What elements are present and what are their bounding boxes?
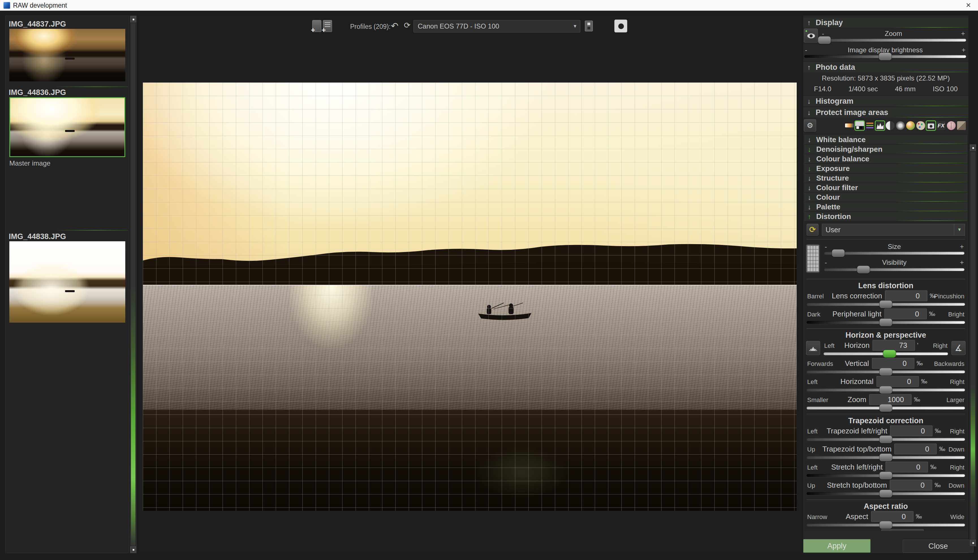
slider-track[interactable] xyxy=(807,321,965,324)
reset-preset-icon[interactable]: ⟳ xyxy=(807,224,819,236)
section-white-balance[interactable]: ↓White balance xyxy=(804,135,967,144)
sidebar-scrollbar[interactable] xyxy=(130,15,137,553)
brain-icon[interactable] xyxy=(947,121,956,130)
slider-thumb[interactable] xyxy=(879,300,892,308)
show-original-icon[interactable] xyxy=(614,20,627,32)
slider-thumb[interactable] xyxy=(879,435,892,443)
section-display[interactable]: ↑Display xyxy=(803,18,968,28)
thumbnail-item[interactable] xyxy=(9,241,125,323)
slider-name: Stretch top/bottom xyxy=(827,481,887,490)
mountains-icon[interactable] xyxy=(876,121,884,130)
undo-icon[interactable]: ↶ xyxy=(391,21,398,32)
thumbnail-selected[interactable] xyxy=(9,97,125,157)
levels-icon[interactable] xyxy=(855,121,864,130)
divider xyxy=(807,279,965,279)
slider-track[interactable] xyxy=(807,523,965,527)
divider xyxy=(807,239,965,239)
slider-value-input[interactable]: 0 xyxy=(881,529,924,531)
section-photo-data[interactable]: ↑Photo data xyxy=(803,62,968,72)
display-zoom-thumb[interactable] xyxy=(818,36,831,44)
grid-icon[interactable] xyxy=(807,245,819,272)
slider-track[interactable] xyxy=(807,474,965,477)
display-brightness-thumb[interactable] xyxy=(879,53,892,60)
grid-visibility-slider[interactable] xyxy=(824,268,965,271)
slider-track[interactable] xyxy=(807,492,965,495)
slider-thumb[interactable] xyxy=(879,521,892,529)
save-profile-icon[interactable] xyxy=(585,21,593,32)
display-brightness-slider[interactable] xyxy=(804,55,966,58)
horizon-icon[interactable] xyxy=(806,341,820,355)
slider-thumb[interactable] xyxy=(879,472,892,480)
fx-icon[interactable]: FX xyxy=(937,121,945,130)
section-protect-areas[interactable]: ↓Protect image areas xyxy=(803,107,968,118)
section-distortion[interactable]: ↑Distortion xyxy=(804,212,967,221)
slider-value-input[interactable]: 0 xyxy=(894,443,937,454)
slider-track[interactable] xyxy=(807,438,965,441)
apply-button[interactable]: Apply xyxy=(803,539,871,553)
slider-track[interactable] xyxy=(824,352,948,355)
angle-measure-icon[interactable]: ∡ xyxy=(951,341,966,355)
add-profile-settings-icon[interactable] xyxy=(323,20,332,32)
distortion-preset-select[interactable]: User ▼ xyxy=(822,224,965,236)
image-preview[interactable] xyxy=(143,83,797,511)
section-colour-balance[interactable]: ↓Colour balance xyxy=(804,154,967,163)
gradient-icon[interactable] xyxy=(845,123,854,127)
section-colour-filter[interactable]: ↓Colour filter xyxy=(804,183,967,192)
section-palette[interactable]: ↓Palette xyxy=(804,202,967,211)
profile-select[interactable]: Canon EOS 77D - ISO 100 ▼ xyxy=(413,20,580,32)
slider-thumb[interactable] xyxy=(879,386,892,394)
display-zoom-slider[interactable] xyxy=(821,39,966,42)
curves-icon[interactable] xyxy=(866,121,874,130)
colour-sphere-icon[interactable] xyxy=(906,121,915,130)
slider-value-input[interactable]: 0 xyxy=(885,290,927,301)
slider-track[interactable] xyxy=(807,303,965,306)
slider-value-input[interactable]: 0 xyxy=(886,462,928,472)
eye-toggle-button[interactable] xyxy=(804,28,818,43)
panel-scroll-up-button[interactable] xyxy=(970,145,976,151)
slider-value-input[interactable]: 0 xyxy=(890,480,932,490)
slider-track[interactable] xyxy=(807,456,965,459)
palette-icon[interactable] xyxy=(916,121,925,130)
section-label: Denoising/sharpen xyxy=(816,145,883,153)
slider-track[interactable] xyxy=(807,370,965,373)
section-histogram[interactable]: ↓Histogram xyxy=(803,96,968,106)
add-profile-icon[interactable] xyxy=(312,20,321,32)
slider-thumb[interactable] xyxy=(879,490,892,498)
slider-value-input[interactable]: 1000 xyxy=(869,394,911,405)
slider-thumb[interactable] xyxy=(883,350,896,358)
slider-value-input[interactable]: 0 xyxy=(872,358,914,369)
slider-value-input[interactable]: 0 xyxy=(890,425,933,436)
cube-icon[interactable] xyxy=(957,121,966,130)
close-button[interactable]: Close xyxy=(903,540,973,553)
panel-scroll-down-button[interactable] xyxy=(970,540,976,546)
camera-icon[interactable] xyxy=(926,121,935,130)
slider-thumb[interactable] xyxy=(879,318,892,326)
slider-value-input[interactable]: 0 xyxy=(884,308,927,319)
slider-thumb[interactable] xyxy=(879,404,892,412)
contrast-icon[interactable] xyxy=(886,121,894,130)
slider-value-input[interactable]: 0 xyxy=(871,511,913,522)
grid-visibility-thumb[interactable] xyxy=(857,266,870,273)
sidebar-scroll-down-button[interactable] xyxy=(130,547,136,553)
slider-track[interactable] xyxy=(807,388,965,391)
slider-value-input[interactable]: 73 xyxy=(873,340,915,351)
slider-track[interactable] xyxy=(807,407,965,409)
slider-thumb[interactable] xyxy=(879,453,892,462)
refresh-icon[interactable]: ⟳ xyxy=(404,21,410,30)
window-close-button[interactable]: × xyxy=(963,0,974,10)
slider-value-input[interactable]: 0 xyxy=(876,376,919,387)
gear-icon[interactable]: ⚙ xyxy=(804,119,816,132)
grid-size-thumb[interactable] xyxy=(832,249,845,257)
section-structure[interactable]: ↓Structure xyxy=(804,173,967,183)
sidebar-scroll-track[interactable] xyxy=(131,23,135,546)
panel-scrollbar[interactable] xyxy=(970,144,976,547)
section-colour[interactable]: ↓Colour xyxy=(804,193,967,202)
slider-thumb[interactable] xyxy=(879,368,892,376)
section-exposure[interactable]: ↓Exposure xyxy=(804,164,967,173)
thumbnail-item[interactable] xyxy=(9,29,125,82)
panel-scroll-track[interactable] xyxy=(971,152,975,539)
sidebar-scroll-up-button[interactable] xyxy=(130,16,136,22)
section-denoising-sharpen[interactable]: ↓Denoising/sharpen xyxy=(804,145,967,154)
vignette-icon[interactable] xyxy=(896,121,905,130)
grid-size-slider[interactable] xyxy=(824,252,965,255)
